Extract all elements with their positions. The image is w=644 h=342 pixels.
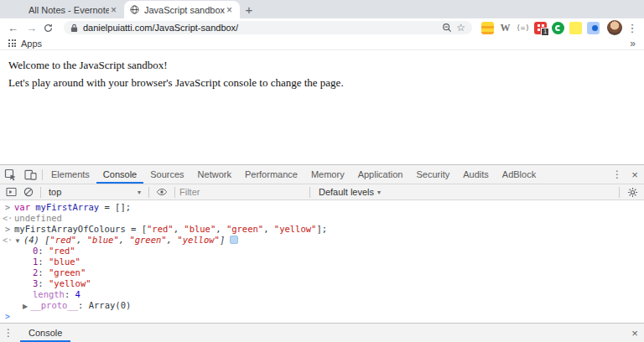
apps-label[interactable]: Apps: [21, 39, 42, 49]
console-token: "yellow": [274, 224, 317, 234]
console-token: undefined: [14, 213, 62, 223]
browser-window: All Notes - Evernote × JavaScript sandbo…: [0, 0, 644, 342]
devtools-settings-gear-icon[interactable]: [624, 187, 641, 198]
drawer-menu-icon[interactable]: ⋮: [0, 324, 17, 342]
evernote-favicon-icon: [14, 5, 23, 14]
browser-tab-javascript-sandbox[interactable]: JavaScript sandbox ×: [124, 1, 240, 18]
green-circle-extension-icon[interactable]: [552, 22, 564, 34]
input-marker-icon: >: [5, 202, 10, 213]
devtools-tab-performance[interactable]: Performance: [238, 165, 304, 184]
execution-context-selector[interactable]: top ▾: [45, 187, 144, 197]
console-token: ,: [167, 235, 178, 245]
extension-badge: 1: [541, 28, 549, 36]
console-row-child: length: 4: [0, 289, 644, 300]
console-token: ,: [119, 235, 130, 245]
tab-close-icon[interactable]: ×: [225, 4, 234, 16]
console-token: "blue": [184, 224, 216, 234]
devtools-tab-elements[interactable]: Elements: [44, 165, 96, 184]
device-toolbar-icon[interactable]: [20, 165, 40, 184]
inspect-element-icon[interactable]: [0, 165, 20, 184]
expander-closed-icon[interactable]: ▶: [23, 303, 28, 310]
output-marker-icon: <·: [3, 213, 13, 224]
blue-extension-icon[interactable]: [587, 22, 600, 34]
tab-close-icon[interactable]: ×: [109, 4, 118, 16]
notes-extension-icon[interactable]: [481, 22, 494, 34]
log-levels-selector[interactable]: Default levels ▾: [314, 187, 385, 197]
browser-toolbar: ← → danielpuiatti.com/JavaScript-sandbox…: [0, 18, 644, 37]
zoom-indicator-icon[interactable]: [442, 23, 452, 33]
drawer-tab-console[interactable]: Console: [20, 324, 70, 342]
profile-avatar[interactable]: [607, 20, 622, 35]
console-sidebar-toggle-icon[interactable]: [3, 187, 18, 197]
bookmarks-bar: Apps »: [0, 37, 644, 50]
devtools-tabs: ElementsConsoleSourcesNetworkPerformance…: [44, 165, 543, 184]
console-token: :: [78, 300, 89, 310]
sticky-note-extension-icon[interactable]: [569, 22, 582, 34]
console-token: 4: [75, 289, 80, 299]
drawer-close-icon[interactable]: ×: [626, 324, 644, 342]
console-token: :: [65, 289, 75, 299]
code-extension-icon[interactable]: (=): [517, 22, 529, 34]
forward-button[interactable]: →: [24, 23, 39, 34]
chevron-down-icon: ▾: [138, 189, 141, 196]
reload-button[interactable]: [43, 23, 57, 34]
back-button[interactable]: ←: [6, 23, 20, 34]
devtools-close-icon[interactable]: ×: [626, 165, 644, 184]
adblock-extension-icon[interactable]: 1: [534, 22, 547, 34]
devtools-tab-network[interactable]: Network: [191, 165, 238, 184]
address-bar[interactable]: danielpuiatti.com/JavaScript-sandbox/ ☆: [64, 21, 472, 34]
console-row-input: >myFirstArrayOfColours = ["red", "blue",…: [0, 224, 644, 235]
tab-title: All Notes - Evernote: [29, 5, 109, 15]
url-text[interactable]: danielpuiatti.com/JavaScript-sandbox/: [83, 23, 437, 33]
object-preview-badge-icon[interactable]: [230, 236, 238, 244]
devtools-tab-application[interactable]: Application: [351, 165, 410, 184]
browser-tab-evernote[interactable]: All Notes - Evernote ×: [8, 1, 124, 18]
live-expression-eye-icon[interactable]: [153, 188, 170, 196]
page-text-line1: Welcome to the JavaScript sandbox!: [8, 56, 636, 74]
console-token: "blue": [49, 256, 80, 267]
console-row-output: <·undefined: [0, 213, 644, 224]
console-token: ,: [216, 224, 226, 234]
apps-grid-icon[interactable]: [8, 39, 16, 47]
console-toolbar: top ▾ Default levels ▾: [0, 184, 644, 200]
devtools-tab-adblock[interactable]: AdBlock: [496, 165, 543, 184]
console-token: (4) [: [23, 235, 50, 245]
browser-menu-icon[interactable]: ⋮: [626, 22, 638, 34]
bookmarks-overflow-icon[interactable]: »: [630, 38, 636, 49]
console-token: :: [38, 256, 49, 267]
console-token: Array(0): [89, 300, 132, 310]
console-token: "yellow": [177, 235, 220, 245]
devtools-tab-security[interactable]: Security: [409, 165, 456, 184]
extensions-row: W (=) 1: [481, 22, 600, 34]
console-row-prompt[interactable]: >: [0, 311, 644, 322]
console-row-child: 0: "red": [0, 246, 644, 256]
console-filter-input[interactable]: [179, 187, 305, 197]
page-content: Welcome to the JavaScript sandbox! Let's…: [0, 50, 644, 164]
devtools-tab-console[interactable]: Console: [96, 165, 143, 184]
console-row-output: <·▼(4) ["red", "blue", "green", "yellow"…: [0, 235, 644, 246]
console-token: :: [38, 267, 49, 277]
devtools-menu-icon[interactable]: ⋮: [609, 165, 626, 184]
console-token: "blue": [87, 235, 119, 245]
w-extension-icon[interactable]: W: [499, 22, 512, 34]
console-token: "yellow": [49, 278, 91, 288]
tab-title: JavaScript sandbox: [144, 5, 225, 15]
expander-open-icon[interactable]: ▼: [14, 237, 21, 245]
new-tab-button[interactable]: +: [240, 0, 258, 18]
console-token: "green": [129, 235, 166, 245]
console-token: "green": [226, 224, 263, 234]
lock-icon[interactable]: [70, 23, 78, 33]
levels-label: Default levels: [319, 187, 374, 197]
devtools-panel: ElementsConsoleSourcesNetworkPerformance…: [0, 164, 644, 342]
console-token: :: [38, 278, 49, 288]
devtools-drawer: ⋮ Console ×: [0, 323, 644, 342]
console-token: var: [14, 202, 35, 212]
devtools-tab-memory[interactable]: Memory: [304, 165, 351, 184]
devtools-tab-audits[interactable]: Audits: [456, 165, 496, 184]
clear-console-icon[interactable]: [21, 187, 36, 197]
input-marker-icon: >: [5, 224, 10, 235]
console-token: __proto__: [30, 300, 78, 310]
devtools-tab-sources[interactable]: Sources: [143, 165, 190, 184]
bookmark-star-icon[interactable]: ☆: [456, 23, 465, 33]
devtools-tabbar: ElementsConsoleSourcesNetworkPerformance…: [0, 165, 644, 184]
